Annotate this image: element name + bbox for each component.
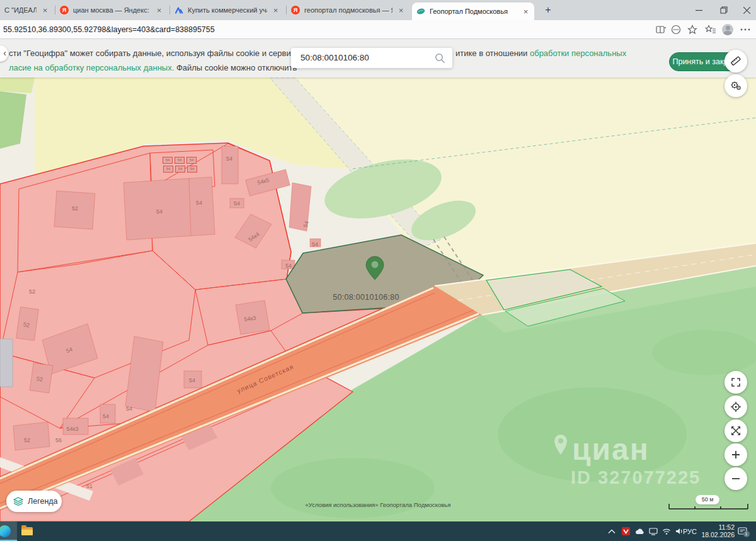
fullscreen-icon [730, 377, 742, 388]
favorites-bar-icon[interactable] [704, 23, 718, 37]
tab-close-icon[interactable]: × [522, 7, 530, 16]
address-input[interactable]: 55.92510,36.89300,55.92798&layers=403&ca… [3, 20, 215, 39]
geolocate-icon [730, 401, 742, 413]
browser-tab-2[interactable]: Яциан москва — Яндекс: нашлось× [55, 0, 168, 20]
legend-button[interactable]: Легенда [6, 491, 62, 512]
display-connect-icon[interactable] [646, 521, 660, 541]
minus-icon [730, 473, 742, 484]
screen: 525454545454к554к45454545252545254к35454… [0, 0, 756, 541]
terms-of-use-link[interactable]: «Условия использования» Геопортала Подмо… [306, 501, 451, 508]
gears-icon [730, 79, 742, 92]
cookie-text-line2: ласие на обработку персональных данных. … [9, 63, 297, 72]
browser-app-icon [0, 525, 11, 537]
cookie-text-line1-right: итике в отношении обработки персональных [455, 48, 626, 58]
address-bar: 55.92510,36.89300,55.92798&layers=403&ca… [0, 20, 756, 39]
file-explorer-icon[interactable] [21, 527, 33, 535]
pan-expand-button[interactable] [724, 419, 747, 442]
plus-icon [730, 449, 742, 460]
taskbar-clock[interactable]: 11:52 18.02.2026 [698, 524, 735, 538]
cookie-text-line1: сти "Геоцифра" может собирать данные, ис… [9, 48, 295, 58]
taskbar: РУС 11:52 18.02.2026 1 [0, 521, 756, 541]
window-restore-button[interactable] [713, 0, 735, 20]
map-canvas[interactable] [0, 39, 756, 521]
tab-label: С "ИДЕАЛ" [4, 6, 37, 14]
taskbar-date: 18.02.2026 [698, 532, 735, 539]
zoom-in-button[interactable] [724, 443, 747, 466]
yandex-icon: Я [60, 6, 69, 14]
fullscreen-button[interactable] [724, 371, 747, 394]
language-indicator[interactable]: РУС [682, 521, 698, 541]
tray-app-icon[interactable] [619, 521, 633, 541]
window-close-button[interactable] [736, 0, 756, 20]
browser-tab-5[interactable]: Геопортал Подмосковья× [412, 3, 534, 20]
search-input[interactable]: 50:08:0010106:80 [291, 48, 452, 68]
tab-label: Геопортал Подмосковья [430, 8, 517, 15]
tab-label: Купить коммерческий участок в [188, 6, 267, 14]
notification-center-icon[interactable]: 1 [735, 521, 750, 541]
geoportal-icon [416, 7, 425, 16]
consent-link[interactable]: ласие на обработку персональных данных. [9, 63, 174, 72]
search-icon [435, 53, 445, 64]
extensions-icon[interactable] [669, 23, 683, 37]
onedrive-cloud-icon[interactable] [633, 521, 646, 541]
map-render [0, 39, 756, 521]
geolocate-button[interactable] [724, 396, 747, 418]
split-screen-icon[interactable] [654, 23, 668, 37]
tab-label: циан москва — Яндекс: нашлось [73, 6, 151, 14]
browser-tab-3[interactable]: Купить коммерческий участок в× [170, 0, 284, 20]
cian-icon [175, 6, 183, 14]
yandex-icon: Я [291, 6, 300, 14]
search-value: 50:08:0010106:80 [301, 48, 369, 68]
taskbar-time: 11:52 [698, 524, 735, 532]
measure-tool-button[interactable] [724, 50, 747, 72]
scale-bar [668, 503, 750, 510]
tab-label: геопортал подмосковья — Янде [304, 6, 392, 14]
tab-close-icon[interactable]: × [272, 6, 280, 15]
personal-data-link[interactable]: обработки персональных [530, 48, 626, 58]
tray-chevron-icon[interactable] [605, 521, 619, 541]
wifi-icon[interactable] [660, 521, 673, 541]
favorite-star-icon[interactable] [685, 23, 699, 37]
notification-badge: 1 [743, 531, 750, 537]
profile-avatar[interactable] [721, 23, 735, 37]
new-tab-button[interactable]: + [542, 4, 554, 16]
zoom-out-button[interactable] [724, 467, 747, 490]
browser-tab-1[interactable]: С "ИДЕАЛ"× [0, 0, 54, 20]
taskbar-active-app[interactable] [0, 521, 17, 541]
browser-tab-4[interactable]: Ягеопортал подмосковья — Янде× [287, 0, 410, 20]
tab-close-icon[interactable]: × [41, 6, 49, 15]
layers-icon [13, 497, 23, 506]
ruler-icon [730, 55, 742, 67]
window-minimize-button[interactable] [688, 0, 709, 20]
map-settings-button[interactable] [724, 74, 747, 97]
browser-menu-icon[interactable] [738, 23, 752, 37]
tab-close-icon[interactable]: × [155, 6, 163, 15]
expand-arrows-icon [730, 425, 742, 436]
tab-bar: С "ИДЕАЛ"×Яциан москва — Яндекс: нашлось… [0, 0, 756, 20]
tab-close-icon[interactable]: × [397, 6, 405, 15]
legend-label: Легенда [28, 497, 58, 506]
